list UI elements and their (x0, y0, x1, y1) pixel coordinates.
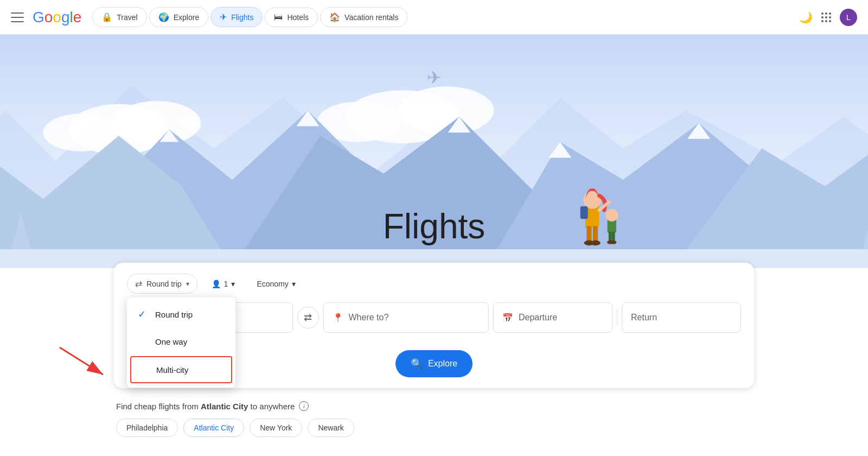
nav-tab-vacation[interactable]: 🏠 Vacation rentals (320, 7, 407, 27)
header: Google 🔒 Travel 🌍 Explore ✈ Flights 🛏 Ho… (0, 0, 868, 35)
swap-airports-button[interactable]: ⇄ (297, 307, 319, 328)
search-container: ⇄ Round trip ▾ ✓ Round trip ✓ One way ✓ … (114, 263, 754, 388)
hamburger-menu[interactable] (11, 11, 24, 24)
flights-title: Flights (383, 206, 486, 246)
trip-type-dropdown: ✓ Round trip ✓ One way ✓ Multi-city (127, 297, 235, 388)
class-button[interactable]: Economy ▾ (249, 275, 303, 293)
header-right: 🌙 L (799, 9, 857, 26)
svg-point-2 (112, 101, 201, 145)
round-trip-arrows-icon: ⇄ (135, 278, 142, 289)
hero-section: ✈ Flights (0, 35, 868, 268)
chevron-down-icon: ▾ (186, 280, 189, 288)
find-flights-text: Find cheap flights from Atlantic City to… (116, 401, 752, 411)
trip-type-label: Round trip (146, 280, 182, 288)
passenger-icon: 👤 (212, 280, 221, 288)
hotels-icon: 🛏 (274, 12, 283, 22)
city-pill-new-york[interactable]: New York (250, 419, 302, 437)
swap-icon: ⇄ (304, 312, 312, 324)
svg-rect-27 (593, 226, 598, 242)
svg-rect-33 (612, 232, 615, 242)
find-flights-section: Find cheap flights from Atlantic City to… (114, 401, 754, 437)
nav-tab-travel[interactable]: 🔒 Travel (92, 7, 146, 27)
dropdown-item-round-trip[interactable]: ✓ Round trip (127, 301, 235, 328)
nav-tab-flights[interactable]: ✈ Flights (210, 7, 263, 27)
city-pill-atlantic-city[interactable]: Atlantic City (183, 419, 244, 437)
svg-point-35 (610, 240, 617, 244)
flights-icon: ✈ (220, 12, 227, 22)
google-logo[interactable]: Google (33, 9, 81, 26)
nav-tabs: 🔒 Travel 🌍 Explore ✈ Flights 🛏 Hotels 🏠 … (92, 7, 799, 27)
explore-button[interactable]: 🔍 Explore (395, 350, 473, 377)
hero-airplane-icon: ✈ (427, 67, 442, 88)
explore-icon: 🌍 (158, 12, 169, 22)
dropdown-item-one-way[interactable]: ✓ One way (127, 328, 235, 355)
where-to-field[interactable]: 📍 Where to? (323, 302, 489, 333)
nav-tab-hotels[interactable]: 🛏 Hotels (265, 8, 318, 27)
svg-point-29 (590, 240, 601, 245)
return-placeholder: Return (631, 313, 657, 322)
svg-point-31 (605, 209, 618, 221)
search-top-row: ⇄ Round trip ▾ ✓ Round trip ✓ One way ✓ … (127, 274, 741, 294)
city-pill-newark[interactable]: Newark (308, 419, 354, 437)
date-separator (617, 309, 617, 326)
svg-point-23 (583, 191, 601, 209)
calendar-icon: 📅 (502, 313, 513, 323)
svg-rect-32 (609, 232, 612, 242)
svg-rect-26 (586, 226, 591, 242)
location-to-icon: 📍 (333, 313, 343, 323)
passengers-chevron-icon: ▾ (231, 280, 235, 288)
dark-mode-icon[interactable]: 🌙 (799, 11, 813, 24)
vacation-icon: 🏠 (329, 12, 340, 22)
info-icon[interactable]: i (299, 401, 309, 411)
return-date-field[interactable]: Return (622, 302, 741, 333)
city-pill-philadelphia[interactable]: Philadelphia (116, 419, 178, 437)
search-icon: 🔍 (411, 358, 423, 370)
where-to-placeholder: Where to? (349, 313, 389, 322)
nav-tab-explore[interactable]: 🌍 Explore (149, 7, 208, 27)
explore-btn-label: Explore (428, 359, 457, 369)
dropdown-item-multi-city[interactable]: ✓ Multi-city (130, 356, 232, 383)
apps-grid-icon[interactable] (821, 12, 831, 22)
checkmark-icon: ✓ (138, 308, 149, 320)
departure-placeholder: Departure (519, 313, 557, 322)
class-chevron-icon: ▾ (292, 280, 296, 288)
main-content: ⇄ Round trip ▾ ✓ Round trip ✓ One way ✓ … (0, 268, 868, 437)
travel-icon: 🔒 (101, 12, 112, 22)
trip-type-button[interactable]: ⇄ Round trip ▾ (127, 274, 197, 294)
passengers-button[interactable]: 👤 1 ▾ (204, 275, 243, 293)
city-pills: Philadelphia Atlantic City New York Newa… (116, 419, 752, 437)
avatar[interactable]: L (840, 9, 857, 26)
svg-rect-24 (580, 206, 588, 219)
departure-date-field[interactable]: 📅 Departure (493, 302, 612, 333)
